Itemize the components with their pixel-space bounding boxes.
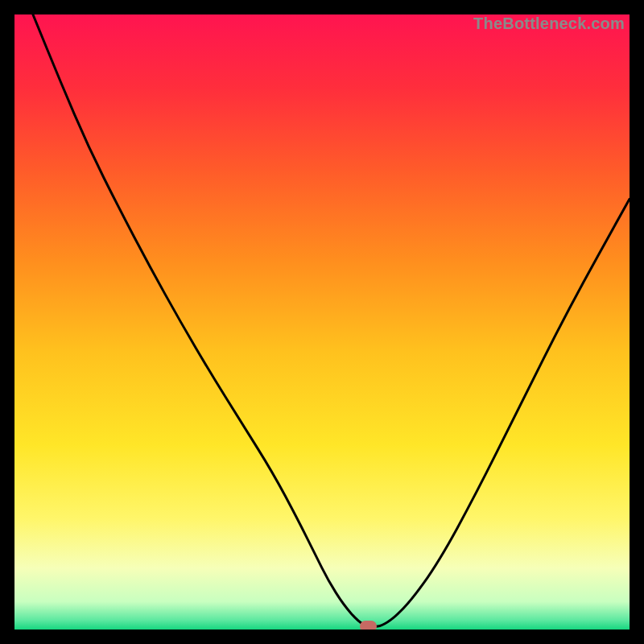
bottleneck-curve: [14, 14, 630, 630]
chart-frame: TheBottleneck.com: [0, 0, 644, 644]
plot-area: TheBottleneck.com: [14, 14, 630, 630]
